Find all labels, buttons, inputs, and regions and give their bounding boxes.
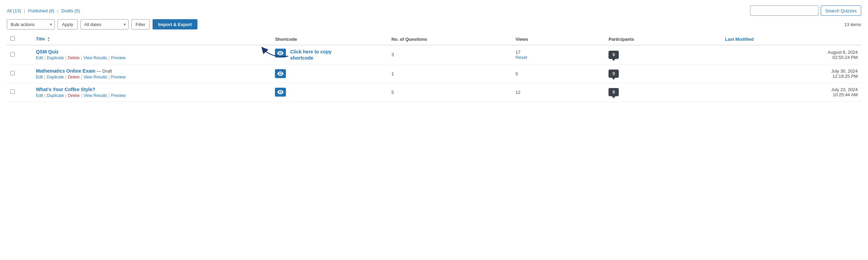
- row-title-cell: QSM Quiz Edit | Duplicate | Delete | Vie…: [33, 45, 272, 64]
- select-all-checkbox[interactable]: [10, 36, 15, 41]
- search-input[interactable]: [750, 5, 819, 16]
- col-header-title[interactable]: Title ▲ ▼: [33, 34, 272, 45]
- search-quizzes-button[interactable]: Search Quizzes: [821, 5, 861, 16]
- filter-published[interactable]: Published (8): [28, 8, 55, 13]
- row-actions: Edit | Duplicate | Delete | View Results…: [36, 75, 268, 79]
- table-row: Mathematics Online Exam — Draft Edit | D…: [7, 64, 861, 83]
- sort-down-icon: ▼: [47, 39, 50, 42]
- shortcode-tooltip-text: Click here to copy shortcode: [290, 49, 331, 61]
- dates-select-wrapper[interactable]: All dates: [81, 19, 129, 29]
- row-checkbox-cell: [7, 83, 33, 101]
- row-checkbox[interactable]: [10, 71, 15, 75]
- row-actions: Edit | Duplicate | Delete | View Results…: [36, 93, 268, 98]
- participants-badge: 0: [608, 51, 619, 59]
- row-questions-cell: 3: [388, 45, 512, 64]
- quiz-title-link[interactable]: What's Your Coffee Style?: [36, 87, 95, 92]
- delete-link[interactable]: Delete: [68, 55, 80, 60]
- bulk-actions-select[interactable]: Bulk actions: [7, 19, 55, 29]
- toolbar: Bulk actions Apply All dates Filter Impo…: [7, 19, 861, 29]
- quiz-title-link[interactable]: Mathematics Online Exam: [36, 68, 96, 74]
- items-count: 13 items: [844, 22, 861, 27]
- col-header-participants: Participants: [605, 34, 721, 45]
- row-modified-cell: July 30, 2024 12:19:25 PM: [722, 64, 861, 83]
- view-results-link[interactable]: View Results: [83, 75, 107, 79]
- filter-drafts[interactable]: Drafts (5): [61, 8, 80, 13]
- row-participants-cell: 0: [605, 64, 721, 83]
- duplicate-link[interactable]: Duplicate: [47, 55, 64, 60]
- row-checkbox[interactable]: [10, 52, 15, 57]
- title-sort-link[interactable]: Title ▲ ▼: [36, 36, 50, 41]
- reset-link[interactable]: Reset: [516, 55, 527, 60]
- row-shortcode-cell: Click here to copy shortcode: [272, 45, 388, 64]
- quiz-title-link[interactable]: QSM Quiz: [36, 49, 59, 54]
- row-modified-cell: August 6, 2024 02:55:24 PM: [722, 45, 861, 64]
- row-shortcode-cell: [272, 64, 388, 83]
- row-modified-cell: July 23, 2024 10:25:44 AM: [722, 83, 861, 101]
- filter-all[interactable]: All (13): [7, 8, 21, 13]
- delete-link[interactable]: Delete: [68, 93, 80, 98]
- filter-button[interactable]: Filter: [131, 19, 150, 29]
- row-views-cell: 17 Reset: [512, 45, 605, 64]
- duplicate-link[interactable]: Duplicate: [47, 75, 64, 79]
- shortcode-copy-button[interactable]: [275, 88, 286, 97]
- col-header-shortcode: Shortcode: [272, 34, 388, 45]
- search-area: Search Quizzes: [750, 5, 861, 16]
- bulk-actions-select-wrapper[interactable]: Bulk actions: [7, 19, 55, 29]
- col-header-last-modified[interactable]: Last Modified: [722, 34, 861, 45]
- separator: |: [56, 8, 60, 13]
- row-checkbox[interactable]: [10, 89, 15, 94]
- title-sort-arrows: ▲ ▼: [47, 37, 50, 42]
- apply-button[interactable]: Apply: [58, 19, 78, 29]
- delete-link[interactable]: Delete: [68, 75, 80, 79]
- dates-select[interactable]: All dates: [81, 19, 129, 29]
- preview-link[interactable]: Preview: [111, 55, 126, 60]
- row-title-cell: Mathematics Online Exam — Draft Edit | D…: [33, 64, 272, 83]
- row-views-cell: 0: [512, 64, 605, 83]
- row-actions: Edit | Duplicate | Delete | View Results…: [36, 55, 268, 60]
- row-title-cell: What's Your Coffee Style? Edit | Duplica…: [33, 83, 272, 101]
- edit-link[interactable]: Edit: [36, 55, 43, 60]
- separator: |: [23, 8, 26, 13]
- views-reset[interactable]: Reset: [516, 55, 602, 60]
- view-results-link[interactable]: View Results: [83, 93, 107, 98]
- table-row: What's Your Coffee Style? Edit | Duplica…: [7, 83, 861, 101]
- last-modified-sort-link[interactable]: Last Modified: [725, 37, 754, 42]
- row-shortcode-cell: [272, 83, 388, 101]
- edit-link[interactable]: Edit: [36, 75, 43, 79]
- shortcode-copy-button[interactable]: [275, 49, 286, 58]
- col-header-checkbox: [7, 34, 33, 45]
- draft-label: — Draft: [97, 69, 112, 74]
- row-participants-cell: 0: [605, 83, 721, 101]
- row-checkbox-cell: [7, 64, 33, 83]
- filter-links: All (13) | Published (8) | Drafts (5): [7, 8, 80, 13]
- duplicate-link[interactable]: Duplicate: [47, 93, 64, 98]
- views-value: 17: [516, 50, 602, 55]
- col-header-views: Views: [512, 34, 605, 45]
- quiz-table: Title ▲ ▼ Shortcode No. of Questions Vie…: [7, 34, 861, 102]
- col-header-questions: No. of Questions: [388, 34, 512, 45]
- preview-link[interactable]: Preview: [111, 93, 126, 98]
- table-row: QSM Quiz Edit | Duplicate | Delete | Vie…: [7, 45, 861, 64]
- preview-link[interactable]: Preview: [111, 75, 126, 79]
- participants-badge: 0: [608, 70, 619, 78]
- row-checkbox-cell: [7, 45, 33, 64]
- view-results-link[interactable]: View Results: [83, 55, 107, 60]
- import-export-button[interactable]: Import & Export: [153, 19, 197, 29]
- shortcode-copy-button[interactable]: [275, 69, 286, 78]
- row-participants-cell: 0: [605, 45, 721, 64]
- row-questions-cell: 5: [388, 83, 512, 101]
- row-questions-cell: 1: [388, 64, 512, 83]
- edit-link[interactable]: Edit: [36, 93, 43, 98]
- row-views-cell: 12: [512, 83, 605, 101]
- participants-badge: 0: [608, 88, 619, 96]
